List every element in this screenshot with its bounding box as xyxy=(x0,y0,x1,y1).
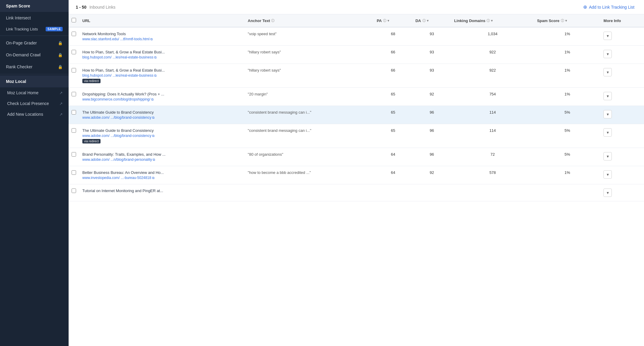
pa-cell: 65 xyxy=(374,88,413,106)
inbound-links-table-container: URL Anchor Text ⓘ PA ⓘ ▾ xyxy=(69,14,644,346)
spam-score-cell: 1% xyxy=(534,88,600,106)
more-info-button-3[interactable]: ▾ xyxy=(603,92,612,100)
row-checkbox-cell[interactable] xyxy=(69,124,79,148)
url-link[interactable]: www.adobe.com/ .../blog/brand-consistenc… xyxy=(82,115,242,120)
external-link-icon: ⧉ xyxy=(152,176,155,180)
linking-domains-column-header[interactable]: Linking Domains ⓘ ▾ xyxy=(451,14,534,27)
anchor-text-cell: "consistent brand messaging can i..." xyxy=(245,124,374,148)
more-info-button-0[interactable]: ▾ xyxy=(603,32,612,40)
linking-domains-sort-icon[interactable]: ▾ xyxy=(491,19,493,23)
external-link-icon-2: ↗ xyxy=(59,101,63,106)
sidebar-item-spam-score[interactable]: Spam Score xyxy=(0,0,69,12)
da-cell: 93 xyxy=(413,64,451,88)
da-column-header[interactable]: DA ⓘ ▾ xyxy=(413,14,451,27)
row-checkbox-1[interactable] xyxy=(72,50,76,54)
linking-domains-cell: 754 xyxy=(451,88,534,106)
more-info-cell: ▾ xyxy=(600,46,644,64)
via-redirect-badge: via redirect xyxy=(82,139,101,143)
external-link-icon: ↗ xyxy=(59,91,63,95)
top-bar: 1 - 50 Inbound Links ⊕ Add to Link Track… xyxy=(69,0,644,14)
external-link-icon: ⧉ xyxy=(152,116,155,120)
url-link[interactable]: blog.hubspot.com/ ...les/real-estate-bus… xyxy=(82,73,242,78)
url-cell: Dropshipping: Does It Actually Work? (Pr… xyxy=(79,88,245,106)
via-redirect-badge: via redirect xyxy=(82,79,101,83)
da-cell: 96 xyxy=(413,148,451,166)
pa-cell: 64 xyxy=(374,148,413,166)
select-all-checkbox[interactable] xyxy=(72,18,76,22)
anchor-text-cell: "hillary robert says" xyxy=(245,64,374,88)
linking-domains-cell: 114 xyxy=(451,106,534,124)
range-label: 1 - 50 Inbound Links xyxy=(76,5,115,10)
external-link-icon-3: ↗ xyxy=(59,112,63,117)
table-row: Better Business Bureau: An Overview and … xyxy=(69,166,644,184)
row-checkbox-cell[interactable] xyxy=(69,184,79,201)
select-all-header[interactable] xyxy=(69,14,79,27)
anchor-text-cell: "voip speed test" xyxy=(245,27,374,46)
spam-score-column-header[interactable]: Spam Score ⓘ ▾ xyxy=(534,14,600,27)
anchor-text-cell: "20 margin" xyxy=(245,88,374,106)
spam-score-info-icon[interactable]: ⓘ xyxy=(561,18,564,23)
more-info-button-5[interactable]: ▾ xyxy=(603,128,612,137)
row-checkbox-cell[interactable] xyxy=(69,27,79,46)
url-link[interactable]: www.investopedia.com/ ...-bureau-5024818… xyxy=(82,176,242,180)
url-link[interactable]: www.adobe.com/ .../blog/brand-consistenc… xyxy=(82,134,242,138)
add-to-tracking-button[interactable]: ⊕ Add to Link Tracking List xyxy=(581,3,637,11)
main-content: 1 - 50 Inbound Links ⊕ Add to Link Track… xyxy=(69,0,644,346)
row-checkbox-5[interactable] xyxy=(72,128,76,133)
pa-info-icon[interactable]: ⓘ xyxy=(383,18,386,23)
da-cell: 92 xyxy=(413,166,451,184)
row-checkbox-cell[interactable] xyxy=(69,64,79,88)
sidebar-item-link-tracking[interactable]: Link Tracking Lists SAMPLE xyxy=(0,24,69,34)
row-checkbox-0[interactable] xyxy=(72,32,76,36)
pa-column-header[interactable]: PA ⓘ ▾ xyxy=(374,14,413,27)
row-checkbox-cell[interactable] xyxy=(69,106,79,124)
more-info-button-4[interactable]: ▾ xyxy=(603,110,612,118)
url-title: How to Plan, Start, & Grow a Real Estate… xyxy=(82,50,242,54)
da-cell: 93 xyxy=(413,46,451,64)
row-checkbox-cell[interactable] xyxy=(69,46,79,64)
external-link-icon: ⧉ xyxy=(151,98,154,101)
linking-domains-info-icon[interactable]: ⓘ xyxy=(487,18,490,23)
row-checkbox-8[interactable] xyxy=(72,189,76,193)
url-link[interactable]: blog.hubspot.com/ ...les/real-estate-bus… xyxy=(82,55,242,59)
pa-sort-icon[interactable]: ▾ xyxy=(387,19,389,23)
more-info-button-8[interactable]: ▾ xyxy=(603,189,612,197)
more-info-button-2[interactable]: ▾ xyxy=(603,68,612,76)
row-checkbox-6[interactable] xyxy=(72,152,76,157)
sidebar-item-add-new-locations[interactable]: Add New Locations ↗ xyxy=(0,109,69,120)
url-link[interactable]: www.adobe.com/ ...n/blog/brand-personali… xyxy=(82,157,242,162)
url-link[interactable]: www.bigcommerce.com/blog/dropshipping/ ⧉ xyxy=(82,97,242,101)
row-checkbox-7[interactable] xyxy=(72,170,76,175)
row-checkbox-3[interactable] xyxy=(72,92,76,96)
anchor-text-info-icon[interactable]: ⓘ xyxy=(271,18,274,23)
spam-score-sort-icon[interactable]: ▾ xyxy=(565,19,567,23)
more-info-button-1[interactable]: ▾ xyxy=(603,50,612,58)
row-checkbox-2[interactable] xyxy=(72,68,76,72)
sidebar-item-on-page-grader[interactable]: On-Page Grader 🔒 xyxy=(0,37,69,49)
sidebar-item-on-demand-crawl[interactable]: On-Demand Crawl 🔒 xyxy=(0,49,69,61)
url-link[interactable]: www.slac.stanford.edu/ ...tf/nmtf-tools.… xyxy=(82,37,242,41)
row-checkbox-cell[interactable] xyxy=(69,166,79,184)
row-checkbox-4[interactable] xyxy=(72,110,76,115)
more-info-button-7[interactable]: ▾ xyxy=(603,170,612,179)
sidebar-item-link-intersect[interactable]: Link Intersect xyxy=(0,12,69,24)
sidebar-item-check-local-presence[interactable]: Check Local Presence ↗ xyxy=(0,98,69,109)
more-info-button-6[interactable]: ▾ xyxy=(603,152,612,160)
more-info-cell: ▾ xyxy=(600,27,644,46)
pa-cell: 66 xyxy=(374,46,413,64)
url-cell: Better Business Bureau: An Overview and … xyxy=(79,166,245,184)
da-sort-icon[interactable]: ▾ xyxy=(427,19,429,23)
row-checkbox-cell[interactable] xyxy=(69,148,79,166)
da-info-icon[interactable]: ⓘ xyxy=(422,18,426,23)
external-link-icon: ⧉ xyxy=(153,158,155,162)
table-row: Tutorial on Internet Monitoring and Ping… xyxy=(69,184,644,201)
lock-icon-3: 🔒 xyxy=(58,65,63,69)
anchor-text-cell: "hillary robert says" xyxy=(245,46,374,64)
spam-score-cell: 1% xyxy=(534,64,600,88)
url-title: Network Monitoring Tools xyxy=(82,32,242,36)
sidebar-item-moz-local-home[interactable]: Moz Local Home ↗ xyxy=(0,87,69,98)
sidebar-item-rank-checker[interactable]: Rank Checker 🔒 xyxy=(0,61,69,73)
sidebar: Spam Score Link Intersect Link Tracking … xyxy=(0,0,69,346)
lock-icon-2: 🔒 xyxy=(58,53,63,57)
row-checkbox-cell[interactable] xyxy=(69,88,79,106)
